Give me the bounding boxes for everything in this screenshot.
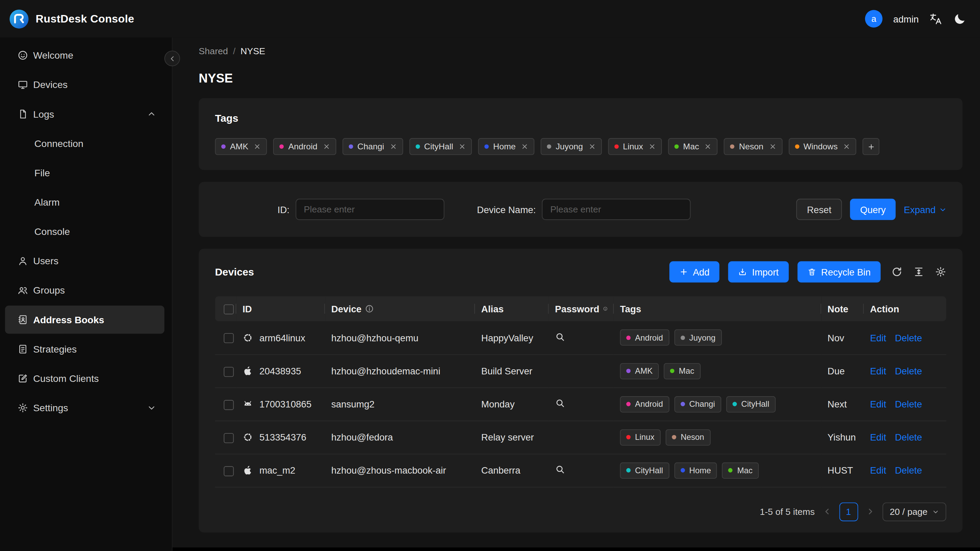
sidebar-item-label: Logs: [33, 108, 54, 120]
edit-link[interactable]: Edit: [870, 333, 886, 343]
remove-tag-icon[interactable]: [649, 143, 655, 150]
chevron-up-icon: [148, 110, 156, 118]
page-number[interactable]: 1: [839, 502, 858, 521]
tag-color-dot: [221, 144, 226, 149]
tag-color-dot: [627, 468, 631, 473]
password-cell: [549, 321, 614, 354]
reset-button[interactable]: Reset: [796, 199, 842, 220]
devices-card: Devices Add Import Recycle Bin: [199, 248, 963, 532]
info-icon[interactable]: [603, 304, 608, 313]
column-height-icon[interactable]: [913, 266, 924, 277]
refresh-icon[interactable]: [891, 266, 903, 277]
row-checkbox[interactable]: [224, 366, 234, 376]
sidebar-item-logs[interactable]: Logs: [5, 100, 164, 128]
column-label: Alias: [481, 303, 504, 314]
remove-tag-icon[interactable]: [459, 143, 466, 150]
row-checkbox[interactable]: [224, 433, 234, 443]
sidebar-item-label: Strategies: [33, 343, 77, 355]
breadcrumb-parent[interactable]: Shared: [199, 46, 228, 56]
filter-actions: Reset Query Expand: [796, 199, 946, 220]
expand-link[interactable]: Expand: [904, 204, 946, 215]
tag-label: Linux: [623, 142, 643, 151]
remove-tag-icon[interactable]: [843, 143, 850, 150]
edit-link[interactable]: Edit: [870, 432, 886, 443]
column-label: Action: [870, 303, 899, 314]
sidebar-item-custom-clients[interactable]: Custom Clients: [5, 365, 164, 392]
remove-tag-icon[interactable]: [323, 143, 330, 150]
prev-page-icon[interactable]: [823, 507, 831, 516]
sidebar-item-strategies[interactable]: Strategies: [5, 335, 164, 363]
edit-link[interactable]: Edit: [870, 398, 886, 409]
sidebar-item-settings[interactable]: Settings: [5, 394, 164, 422]
remove-tag-icon[interactable]: [705, 143, 712, 150]
column-header-select: [215, 296, 236, 321]
device-name-input[interactable]: [542, 199, 691, 220]
tag-chip-home: Home: [674, 462, 717, 478]
row-checkbox[interactable]: [224, 466, 234, 476]
tag-chip-linux: Linux: [620, 429, 660, 445]
edit-link[interactable]: Edit: [870, 465, 886, 476]
page-size-select[interactable]: 20 / page: [882, 502, 946, 521]
apple-icon: [242, 465, 253, 476]
select-all-checkbox[interactable]: [224, 304, 234, 314]
sidebar-item-label: Address Books: [33, 314, 104, 325]
recycle-bin-button[interactable]: Recycle Bin: [797, 261, 880, 282]
sidebar-item-groups[interactable]: Groups: [5, 276, 164, 304]
import-button-label: Import: [752, 267, 779, 277]
device-id: arm64linux: [259, 333, 305, 343]
next-page-icon[interactable]: [866, 507, 874, 516]
sidebar-item-file[interactable]: File: [5, 159, 164, 187]
import-button[interactable]: Import: [729, 261, 789, 282]
sidebar-item-devices[interactable]: Devices: [5, 70, 164, 99]
tags-cell: CityHallHomeMac: [614, 454, 821, 487]
sidebar-item-console[interactable]: Console: [5, 218, 164, 245]
tag-chip-amk: AMK: [620, 363, 659, 379]
sidebar-item-address-books[interactable]: Address Books: [5, 306, 164, 333]
info-icon[interactable]: [365, 304, 374, 313]
language-icon[interactable]: [929, 12, 942, 25]
sidebar-collapse-button[interactable]: [164, 51, 180, 66]
view-password-icon[interactable]: [555, 464, 565, 474]
remove-tag-icon[interactable]: [254, 143, 261, 150]
avatar[interactable]: a: [865, 10, 883, 27]
remove-tag-icon[interactable]: [769, 143, 776, 150]
alias: Canberra: [481, 465, 520, 476]
book-icon: [18, 314, 28, 325]
add-button[interactable]: Add: [669, 261, 719, 282]
delete-link[interactable]: Delete: [895, 398, 922, 409]
alias: HappyValley: [481, 333, 533, 343]
tag-color-dot: [729, 468, 733, 473]
dark-mode-icon[interactable]: [953, 12, 966, 25]
view-password-icon[interactable]: [555, 398, 565, 408]
id-label: ID:: [278, 204, 290, 215]
sidebar-item-users[interactable]: Users: [5, 247, 164, 275]
row-checkbox[interactable]: [224, 333, 234, 343]
remove-tag-icon[interactable]: [521, 143, 528, 150]
table-settings-icon[interactable]: [935, 266, 946, 277]
delete-link[interactable]: Delete: [895, 333, 922, 343]
column-header-action: Action: [864, 296, 946, 321]
sidebar-item-connection[interactable]: Connection: [5, 129, 164, 157]
delete-link[interactable]: Delete: [895, 465, 922, 476]
row-checkbox[interactable]: [224, 400, 234, 409]
password-cell: [549, 454, 614, 487]
sidebar-item-alarm[interactable]: Alarm: [5, 188, 164, 216]
query-button[interactable]: Query: [850, 199, 896, 220]
add-tag-button[interactable]: [863, 138, 880, 155]
column-header-id: ID: [236, 296, 325, 321]
tag-chip-cityhall: CityHall: [409, 138, 472, 155]
delete-link[interactable]: Delete: [895, 432, 922, 443]
select-cell: [215, 454, 236, 487]
id-input[interactable]: [296, 199, 444, 220]
remove-tag-icon[interactable]: [390, 143, 396, 150]
alias-cell: Build Server: [475, 354, 549, 387]
sidebar-item-welcome[interactable]: Welcome: [5, 41, 164, 69]
edit-link[interactable]: Edit: [870, 366, 886, 376]
delete-link[interactable]: Delete: [895, 366, 922, 376]
sidebar-item-label: Welcome: [33, 50, 73, 61]
table-row: 20438935hzhou@hzhoudemac-miniBuild Serve…: [215, 354, 947, 387]
remove-tag-icon[interactable]: [589, 143, 595, 150]
view-password-icon[interactable]: [555, 332, 565, 342]
tag-color-dot: [547, 144, 551, 149]
column-header-note: Note: [821, 296, 864, 321]
